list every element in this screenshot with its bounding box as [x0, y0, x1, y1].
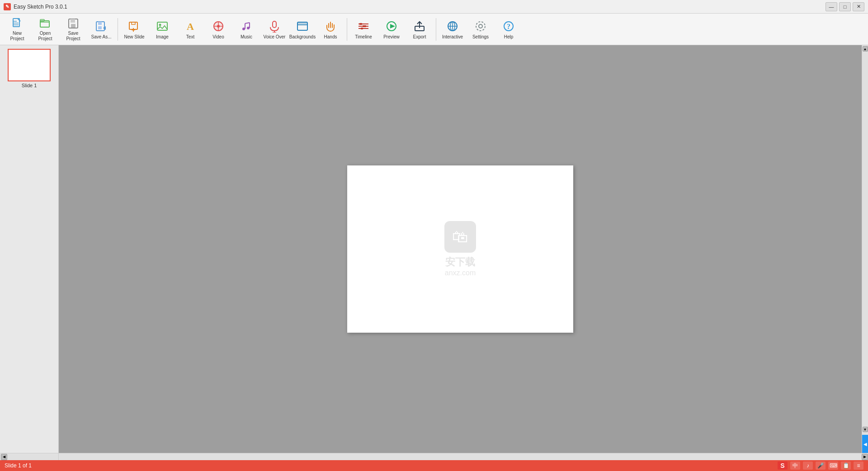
svg-rect-7 [71, 19, 75, 23]
help-icon: ? [501, 19, 516, 33]
settings-icon [473, 19, 488, 33]
toolbar-image[interactable]: Image [149, 16, 176, 43]
status-icon-s[interactable]: S [778, 462, 788, 470]
hands-label: Hands [324, 34, 337, 40]
toolbar-save-as[interactable]: Save As... [88, 16, 115, 43]
toolbar-video[interactable]: Video [205, 16, 232, 43]
music-icon [239, 19, 254, 33]
image-icon [155, 19, 170, 33]
title-bar-controls: — □ ✕ [826, 2, 864, 11]
svg-rect-29 [273, 21, 276, 28]
svg-rect-4 [40, 21, 49, 27]
watermark-icon: 🛍 [444, 221, 476, 253]
watermark-url: anxz.com [445, 269, 476, 277]
right-scrollbar: ▲ ▼ ◀ [862, 45, 868, 453]
toolbar-export[interactable]: Export [406, 16, 433, 43]
toolbar-voice-over[interactable]: Voice Over [261, 16, 288, 43]
toolbar-interactive[interactable]: Interactive [439, 16, 466, 43]
svg-rect-10 [98, 22, 102, 25]
svg-rect-11 [98, 26, 102, 29]
voice-over-icon [267, 19, 282, 33]
backgrounds-icon [295, 19, 310, 33]
settings-label: Settings [472, 34, 489, 40]
toolbar-text[interactable]: A Text [177, 16, 204, 43]
toolbar-timeline[interactable]: Timeline [350, 16, 377, 43]
open-project-label: Open Project [33, 31, 57, 42]
hands-icon [323, 19, 338, 33]
export-icon [412, 19, 427, 33]
minimize-button[interactable]: — [826, 2, 837, 11]
side-panel-button[interactable]: ◀ [862, 435, 868, 453]
open-project-icon [38, 17, 52, 30]
maximize-button[interactable]: □ [839, 2, 851, 11]
status-bar: Slide 1 of 1 S 中 ♪ 🎤 ⌨ 📋 ≡ [0, 460, 868, 471]
svg-rect-33 [297, 22, 307, 25]
backgrounds-label: Backgrounds [289, 34, 316, 40]
svg-rect-38 [359, 23, 362, 25]
new-project-icon [10, 17, 24, 30]
voice-over-label: Voice Over [264, 34, 286, 40]
status-icon-keyboard[interactable]: ⌨ [828, 462, 838, 470]
slide-canvas[interactable]: 🛍 安下载 anxz.com [347, 165, 573, 333]
toolbar-preview[interactable]: Preview [378, 16, 405, 43]
scroll-right-button[interactable]: ▶ [862, 454, 868, 460]
status-icons: S 中 ♪ 🎤 ⌨ 📋 ≡ [778, 462, 863, 470]
toolbar-open-project[interactable]: Open Project [32, 16, 59, 43]
music-label: Music [241, 34, 252, 40]
svg-rect-8 [71, 24, 75, 28]
save-as-label: Save As... [91, 34, 111, 40]
main-area: Slide 1 🛍 安下载 anxz.com ▲ ▼ ◀ [0, 45, 868, 453]
status-icon-clipboard[interactable]: 📋 [841, 462, 851, 470]
scroll-up-button[interactable]: ▲ [863, 46, 868, 52]
scroll-down-button[interactable]: ▼ [863, 427, 868, 432]
help-label: Help [504, 34, 514, 40]
preview-label: Preview [383, 34, 400, 40]
scroll-left-button[interactable]: ◀ [1, 454, 7, 460]
slide-1-inner [9, 50, 50, 80]
svg-rect-40 [361, 28, 363, 29]
video-label: Video [212, 34, 224, 40]
close-button[interactable]: ✕ [853, 2, 864, 11]
svg-rect-16 [157, 22, 167, 30]
toolbar-new-slide[interactable]: New Slide [121, 16, 148, 43]
toolbar-separator-3 [436, 18, 436, 41]
toolbar-new-project[interactable]: New Project [4, 16, 31, 43]
svg-point-49 [479, 24, 482, 28]
app-icon: ✎ [4, 3, 11, 10]
new-slide-label: New Slide [124, 34, 144, 40]
svg-rect-13 [132, 22, 135, 24]
slide-1-label: Slide 1 [22, 83, 37, 88]
new-slide-icon [127, 19, 142, 33]
svg-point-23 [217, 25, 220, 28]
bottom-scroll-area: ◀ ▶ [0, 453, 868, 460]
status-icon-menu[interactable]: ≡ [854, 462, 863, 470]
slide-1-thumb[interactable]: Slide 1 [4, 49, 55, 88]
bottom-left-corner: ◀ [0, 453, 59, 460]
slide-info: Slide 1 of 1 [5, 462, 32, 469]
toolbar-help[interactable]: ? Help [495, 16, 522, 43]
status-icon-music[interactable]: ♪ [803, 462, 813, 470]
toolbar-separator-1 [118, 18, 118, 41]
save-project-icon [66, 17, 80, 30]
interactive-label: Interactive [442, 34, 463, 40]
watermark: 🛍 安下载 anxz.com [444, 221, 476, 277]
toolbar-separator-2 [347, 18, 347, 41]
status-icon-mic[interactable]: 🎤 [816, 462, 826, 470]
toolbar-save-project[interactable]: Save Project [60, 16, 87, 43]
toolbar-backgrounds[interactable]: Backgrounds [289, 16, 316, 43]
status-icon-lang[interactable]: 中 [790, 462, 800, 470]
toolbar: New Project Open Project Save Project Sa… [0, 14, 868, 45]
text-icon: A [183, 19, 198, 33]
video-icon [211, 19, 226, 33]
svg-point-50 [476, 22, 485, 31]
save-as-icon [94, 19, 108, 33]
svg-text:A: A [187, 21, 194, 32]
export-label: Export [413, 34, 426, 40]
slides-panel: Slide 1 [0, 45, 59, 453]
toolbar-hands[interactable]: Hands [317, 16, 344, 43]
toolbar-settings[interactable]: Settings [467, 16, 494, 43]
bottom-scroll-track[interactable] [59, 453, 862, 460]
save-project-label: Save Project [61, 31, 85, 42]
toolbar-music[interactable]: Music [233, 16, 260, 43]
title-bar-left: ✎ Easy Sketch Pro 3.0.1 [4, 3, 67, 10]
